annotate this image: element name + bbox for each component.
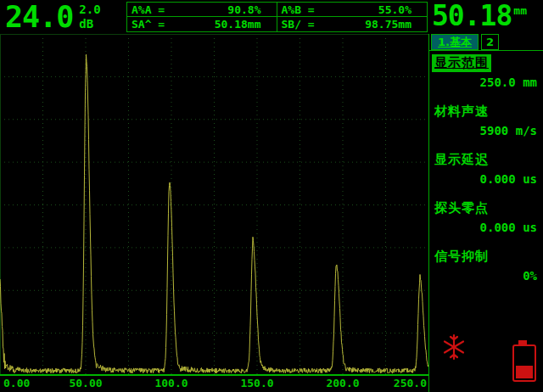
- primary-value: 50.18: [432, 0, 512, 32]
- measurement-value: 55.0%: [378, 3, 411, 16]
- menu-item-value: 5900 m/s: [432, 124, 540, 137]
- gain-step-unit: 2.0 dB: [79, 3, 100, 31]
- measurement-value: 50.18mm: [215, 18, 261, 31]
- x-tick-label: 0.00: [3, 377, 30, 389]
- gain-value: 24.0: [5, 0, 73, 34]
- measurement-path-gate-a: SA^ = 50.18mm: [127, 17, 277, 31]
- x-tick-label: 200.0: [326, 377, 359, 389]
- x-tick-label: 50.00: [69, 377, 102, 389]
- measurement-panel: A%A = 90.8% A%B = 55.0% SA^ = 50.18mm SB…: [126, 2, 428, 32]
- header-bar: 24.0 2.0 dB A%A = 90.8% A%B = 55.0% SA^ …: [0, 0, 543, 34]
- measurement-amp-gate-a: A%A = 90.8%: [127, 3, 277, 17]
- battery-level: [516, 366, 533, 378]
- menu-item-value: 0.000 us: [432, 221, 540, 234]
- primary-unit: mm: [513, 4, 527, 17]
- x-tick-label: 150.0: [240, 377, 273, 389]
- menu-item-value: 0%: [432, 269, 540, 283]
- tab-page-2[interactable]: 2: [481, 34, 499, 50]
- measurement-label: SB/ =: [282, 18, 315, 31]
- tab-basic[interactable]: 1.基本: [431, 34, 479, 50]
- menu-item-label: 信号抑制: [432, 248, 491, 266]
- gain-unit: dB: [79, 17, 100, 31]
- menu-item-label: 显示范围: [432, 54, 491, 72]
- menu-item-label: 材料声速: [432, 103, 491, 120]
- freeze-icon: [441, 333, 467, 365]
- x-axis: 0.00 50.00 100.0 150.0 200.0 250.0: [0, 376, 428, 392]
- menu-item-reject[interactable]: 信号抑制 0%: [429, 244, 543, 293]
- measurement-label: A%B =: [282, 3, 315, 16]
- x-tick-label: 100.0: [154, 377, 188, 389]
- gain-display: 24.0 2.0 dB: [0, 0, 126, 34]
- menu-item-label: 探头零点: [432, 199, 491, 217]
- sidebar-menu: 1.基本 2 显示范围 250.0 mm 材料声速 5900 m/s 显示延迟 …: [428, 34, 543, 392]
- gain-step: 2.0: [79, 3, 100, 17]
- measurement-value: 98.75mm: [365, 18, 411, 31]
- menu-tabs: 1.基本 2: [429, 34, 543, 51]
- measurement-label: SA^ =: [132, 18, 165, 31]
- measurement-amp-gate-b: A%B = 55.0%: [277, 3, 428, 17]
- ascan-waveform: [0, 34, 428, 376]
- measurement-value: 90.8%: [227, 3, 260, 16]
- menu-item-display-delay[interactable]: 显示延迟 0.000 us: [429, 148, 543, 196]
- measurement-label: A%A =: [132, 3, 165, 16]
- menu-item-label: 显示延迟: [432, 151, 491, 169]
- x-tick-label: 250.0: [394, 377, 427, 389]
- menu-items: 显示范围 250.0 mm 材料声速 5900 m/s 显示延迟 0.000 u…: [429, 51, 543, 293]
- ut-flaw-detector-screen: 24.0 2.0 dB A%A = 90.8% A%B = 55.0% SA^ …: [0, 0, 543, 392]
- menu-item-probe-zero[interactable]: 探头零点 0.000 us: [429, 196, 543, 244]
- menu-item-value: 250.0 mm: [432, 76, 540, 89]
- menu-item-material-velocity[interactable]: 材料声速 5900 m/s: [429, 99, 543, 148]
- battery-icon: [512, 344, 536, 382]
- menu-item-display-range[interactable]: 显示范围 250.0 mm: [429, 51, 543, 99]
- measurement-path-gate-b: SB/ = 98.75mm: [277, 17, 428, 31]
- menu-item-value: 0.000 us: [432, 172, 540, 186]
- ascan-plot: [0, 34, 428, 376]
- primary-measurement: 50.18 mm: [428, 0, 543, 34]
